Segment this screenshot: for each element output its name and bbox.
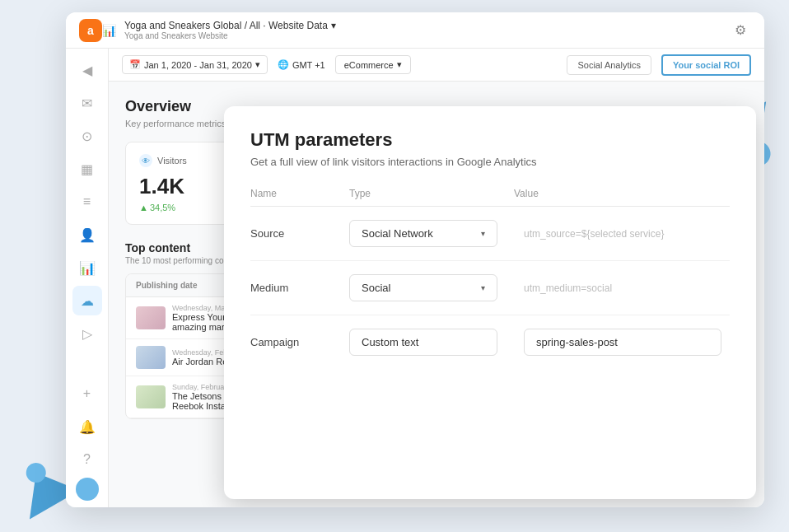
campaign-type-value: Custom text bbox=[362, 336, 418, 348]
utm-subtitle: Get a full view of link visitors interac… bbox=[250, 156, 730, 168]
sidebar-item-play[interactable]: ▷ bbox=[72, 319, 102, 348]
sidebar-item-back[interactable]: ◀ bbox=[72, 55, 102, 85]
source-label: Source bbox=[250, 227, 349, 240]
medium-label: Medium bbox=[250, 282, 349, 294]
source-dropdown-arrow: ▾ bbox=[481, 229, 485, 238]
utm-row-campaign: Campaign Custom text bbox=[250, 315, 730, 369]
breadcrumb-area: Yoga and Sneakers Global / All · Website… bbox=[124, 20, 735, 40]
sidebar-item-reports[interactable]: ≡ bbox=[72, 187, 102, 217]
avatar[interactable] bbox=[76, 478, 99, 501]
source-type-value: Social Network bbox=[362, 227, 433, 240]
campaign-value-input[interactable] bbox=[524, 329, 721, 356]
ecommerce-arrow: ▾ bbox=[397, 59, 402, 70]
content-thumb-0 bbox=[136, 306, 166, 329]
date-picker[interactable]: 📅 Jan 1, 2020 - Jan 31, 2020 ▾ bbox=[122, 55, 268, 74]
sidebar-item-mail[interactable]: ✉ bbox=[72, 88, 102, 118]
content-thumb-2 bbox=[136, 385, 166, 408]
medium-dropdown-arrow: ▾ bbox=[481, 283, 485, 292]
up-arrow-icon: ▲ bbox=[139, 203, 148, 212]
timezone-selector: 🌐 GMT +1 bbox=[278, 59, 325, 70]
sidebar-item-notifications[interactable]: 🔔 bbox=[72, 412, 102, 441]
sidebar-item-help[interactable]: ? bbox=[72, 445, 102, 474]
source-type-dropdown[interactable]: Social Network ▾ bbox=[349, 220, 497, 247]
utm-modal: UTM parameters Get a full view of link v… bbox=[224, 106, 756, 499]
sidebar-item-add[interactable]: + bbox=[72, 379, 102, 408]
utm-col-value: Value bbox=[514, 188, 730, 199]
top-bar: a 📊 Yoga and Sneakers Global / All · Web… bbox=[66, 12, 764, 49]
date-dropdown-arrow: ▾ bbox=[255, 59, 260, 70]
globe-icon: 🌐 bbox=[278, 59, 289, 70]
sidebar-item-analytics[interactable]: 📊 bbox=[72, 253, 102, 282]
breadcrumb-arrow: ▾ bbox=[331, 20, 336, 31]
medium-type-value: Social bbox=[362, 282, 390, 294]
analytics-icon: 📊 bbox=[102, 24, 116, 37]
campaign-label: Campaign bbox=[250, 336, 349, 348]
breadcrumb-subtitle: Yoga and Sneakers Website bbox=[124, 31, 735, 40]
sidebar: ◀ ✉ ⊙ ▦ ≡ 👤 📊 ☁ ▷ + 🔔 ? bbox=[66, 49, 109, 507]
settings-icon[interactable]: ⚙ bbox=[735, 22, 751, 39]
sidebar-item-calendar[interactable]: ▦ bbox=[72, 154, 102, 184]
sub-header: 📅 Jan 1, 2020 - Jan 31, 2020 ▾ 🌐 GMT +1 … bbox=[109, 49, 764, 82]
utm-col-type: Type bbox=[349, 188, 514, 199]
medium-type-dropdown[interactable]: Social ▾ bbox=[349, 274, 497, 301]
campaign-type-dropdown[interactable]: Custom text bbox=[349, 329, 497, 356]
sidebar-item-search[interactable]: ⊙ bbox=[72, 121, 102, 151]
visitors-label: Visitors bbox=[157, 156, 187, 166]
sidebar-item-users[interactable]: 👤 bbox=[72, 220, 102, 250]
visitors-icon: 👁 bbox=[139, 154, 152, 167]
ecommerce-selector[interactable]: eCommerce ▾ bbox=[335, 55, 411, 74]
source-value-placeholder: utm_source=${selected service} bbox=[524, 228, 730, 240]
utm-row-source: Source Social Network ▾ utm_source=${sel… bbox=[250, 207, 730, 261]
main-content: 📅 Jan 1, 2020 - Jan 31, 2020 ▾ 🌐 GMT +1 … bbox=[109, 49, 764, 507]
calendar-icon: 📅 bbox=[129, 59, 141, 70]
medium-value-placeholder: utm_medium=social bbox=[524, 282, 730, 294]
social-analytics-button[interactable]: Social Analytics bbox=[567, 55, 651, 75]
sidebar-item-cloud[interactable]: ☁ bbox=[72, 286, 102, 315]
breadcrumb: Yoga and Sneakers Global / All · Website… bbox=[124, 20, 735, 31]
content-thumb-1 bbox=[136, 346, 166, 369]
browser-window: a 📊 Yoga and Sneakers Global / All · Web… bbox=[66, 12, 764, 507]
social-roi-button[interactable]: Your social ROI bbox=[661, 54, 751, 76]
app-logo: a bbox=[79, 19, 102, 42]
utm-table-header: Name Type Value bbox=[250, 188, 730, 207]
utm-row-medium: Medium Social ▾ utm_medium=social bbox=[250, 261, 730, 315]
utm-title: UTM parameters bbox=[250, 129, 730, 151]
utm-col-name: Name bbox=[250, 188, 349, 199]
